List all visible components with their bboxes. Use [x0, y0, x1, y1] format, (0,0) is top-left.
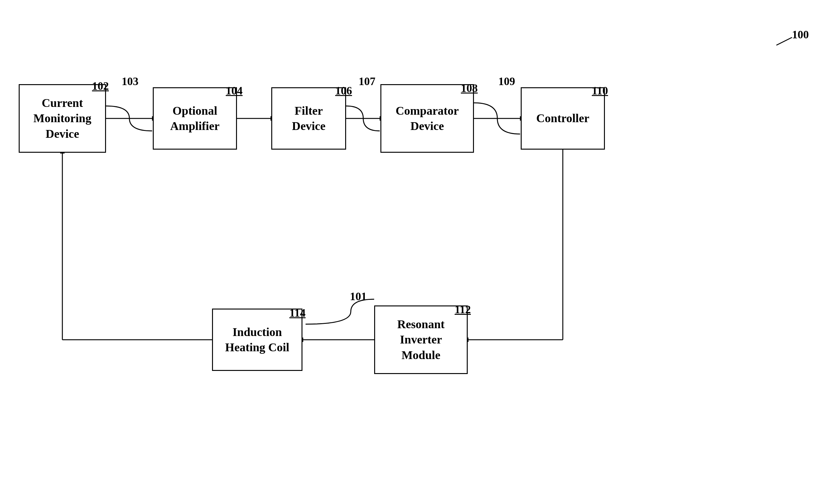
induction-heating-coil-block: InductionHeating Coil — [212, 309, 302, 371]
ref-110: 110 — [592, 84, 608, 97]
comparator-device-block: ComparatorDevice — [380, 84, 474, 153]
ref-114: 114 — [289, 306, 306, 320]
current-monitoring-block: Current Monitoring Device — [19, 84, 106, 153]
ref-112: 112 — [454, 303, 471, 316]
ref-100: 100 — [792, 28, 809, 41]
resonant-inverter-module-label: ResonantInverterModule — [397, 317, 445, 363]
filter-device-label: FilterDevice — [292, 103, 325, 134]
filter-device-block: FilterDevice — [271, 87, 346, 150]
optional-amplifier-label: OptionalAmplifier — [170, 103, 219, 134]
ref-107: 107 — [359, 75, 375, 88]
ref-108: 108 — [461, 82, 478, 95]
comparator-device-label: ComparatorDevice — [396, 103, 459, 134]
controller-label: Controller — [536, 111, 589, 126]
induction-heating-coil-label: InductionHeating Coil — [225, 324, 289, 355]
svg-line-16 — [776, 37, 792, 45]
diagram: Current Monitoring Device OptionalAmplif… — [0, 0, 840, 504]
ref-103: 103 — [122, 75, 139, 88]
ref-109: 109 — [498, 75, 515, 88]
current-monitoring-label: Current Monitoring Device — [20, 95, 105, 142]
ref-106: 106 — [335, 84, 352, 97]
optional-amplifier-block: OptionalAmplifier — [153, 87, 237, 150]
ref-102: 102 — [92, 79, 109, 93]
ref-104: 104 — [226, 84, 243, 97]
ref-101: 101 — [350, 290, 367, 303]
resonant-inverter-module-block: ResonantInverterModule — [374, 305, 468, 374]
